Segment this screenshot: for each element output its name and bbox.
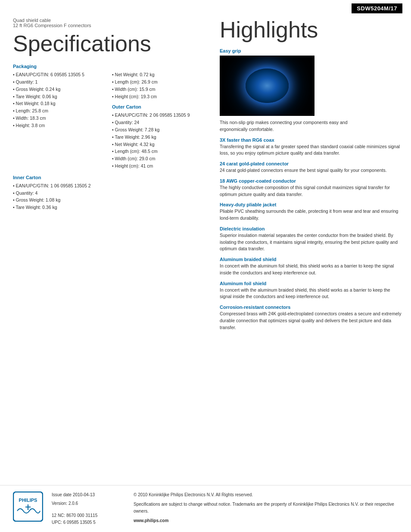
highlight-conductor-heading: 18 AWG copper-coated conductor (220, 178, 402, 184)
outer-carton-item-3: Tare Weight: 2.96 kg (112, 134, 202, 141)
footer-issue-date: Issue date 2010-04-13 (52, 492, 121, 498)
packaging-col2-item-0: Net Weight: 0.72 kg (112, 71, 202, 78)
outer-carton-item-4: Net Weight: 4.32 kg (112, 141, 202, 148)
highlight-braided-shield-text: In concert with the aluminum foil shield… (220, 263, 402, 277)
page: SDW5204M/17 Quad shield cable 12 ft RG6 … (0, 0, 411, 532)
philips-logo: PHILIPS (13, 492, 43, 522)
outer-carton-item-1: Quantity: 24 (112, 119, 202, 126)
packaging-item-1: Quantity: 1 (13, 78, 103, 86)
inner-carton-item-3: Tare Weight: 0.36 kg (13, 204, 202, 211)
highlight-dielectric-heading: Dielectric insulation (220, 226, 402, 231)
product-name: Quad shield cable (13, 18, 202, 23)
highlight-gold-connector-text: 24 carat gold-plated connectors ensure t… (220, 167, 402, 174)
packaging-col2-item-3: Height (cm): 19.3 cm (112, 93, 202, 100)
packaging-item-2: Gross Weight: 0.24 kg (13, 86, 103, 93)
highlight-dielectric-text: Superior insulation material separates t… (220, 232, 402, 252)
highlight-corrosion: Corrosion-resistant connectors Compresse… (220, 305, 402, 331)
highlight-dielectric: Dielectric insulation Superior insulatio… (220, 226, 402, 252)
packaging-item-4: Net Weight: 0.18 kg (13, 100, 103, 107)
left-panel: Quad shield cable 12 ft RG6 Compression … (0, 13, 211, 485)
svg-point-1 (243, 62, 291, 109)
outer-carton-item-2: Gross Weight: 7.28 kg (112, 126, 202, 134)
packaging-col2-item-2: Width (cm): 15.9 cm (112, 86, 202, 93)
outer-carton-item-6: Width (cm): 29.0 cm (112, 155, 202, 162)
footer-upc: UPC: 6 09585 13505 5 (52, 519, 121, 526)
inner-carton-item-1: Quantity: 4 (13, 190, 202, 197)
footer-right: © 2010 Koninklijke Philips Electronics N… (134, 492, 398, 526)
highlight-conductor: 18 AWG copper-coated conductor The highl… (220, 178, 402, 198)
top-bar: SDW5204M/17 (0, 0, 411, 13)
specs-columns: EAN/UPC/GTIN: 6 09585 13505 5 Quantity: … (13, 71, 202, 170)
highlight-foil-shield-text: In concert with the aluminum braided shi… (220, 287, 402, 301)
main-content: Quad shield cable 12 ft RG6 Compression … (0, 13, 411, 485)
packaging-item-0: EAN/UPC/GTIN: 6 09585 13505 5 (13, 71, 103, 78)
outer-carton-item-0: EAN/UPC/GTIN: 2 06 09585 13505 9 (112, 112, 202, 119)
highlight-3x-faster: 3X faster than RG6 coax Transferring the… (220, 137, 402, 157)
outer-carton-heading: Outer Carton (112, 104, 202, 109)
packaging-col2: Net Weight: 0.72 kg Length (cm): 26.9 cm… (112, 71, 202, 170)
svg-point-3 (260, 79, 265, 84)
highlight-foil-shield: Aluminum foil shield In concert with the… (220, 281, 402, 301)
inner-carton-heading: Inner Carton (13, 175, 202, 180)
footer: PHILIPS Issue date 2010-04-13 Version: 2… (0, 485, 411, 532)
highlight-jacket-text: Pliable PVC sheathing surrounds the cabl… (220, 208, 402, 222)
svg-text:PHILIPS: PHILIPS (19, 498, 37, 503)
highlight-gold-connector-heading: 24 carat gold-plated connector (220, 161, 402, 166)
packaging-col2-item-1: Length (cm): 26.9 cm (112, 78, 202, 86)
inner-carton-item-2: Gross Weight: 1.08 kg (13, 196, 202, 204)
outer-carton-item-5: Length (cm): 48.5 cm (112, 148, 202, 155)
highlight-jacket: Heavy-duty pliable jacket Pliable PVC sh… (220, 202, 402, 222)
highlight-gold-connector: 24 carat gold-plated connector 24 carat … (220, 161, 402, 174)
product-code-badge: SDW5204M/17 (352, 3, 402, 13)
highlight-braided-shield: Aluminum braided shield In concert with … (220, 257, 402, 277)
footer-columns: Issue date 2010-04-13 Version: 2.0.6 12 … (52, 492, 398, 526)
footer-left: Issue date 2010-04-13 Version: 2.0.6 12 … (52, 492, 121, 526)
footer-version: Version: 2.0.6 (52, 500, 121, 507)
packaging-item-7: Height: 3.8 cm (13, 122, 103, 129)
highlight-braided-shield-heading: Aluminum braided shield (220, 257, 402, 262)
packaging-heading: Packaging (13, 64, 202, 69)
footer-copyright: © 2010 Koninklijke Philips Electronics N… (134, 492, 398, 498)
packaging-item-3: Tare Weight: 0.06 kg (13, 93, 103, 100)
highlight-3x-faster-heading: 3X faster than RG6 coax (220, 137, 402, 143)
packaging-col1: EAN/UPC/GTIN: 6 09585 13505 5 Quantity: … (13, 71, 103, 170)
highlight-jacket-heading: Heavy-duty pliable jacket (220, 202, 402, 207)
product-description: 12 ft RG6 Compression F connectors (13, 23, 202, 28)
highlights-title: Highlights (220, 18, 402, 42)
footer-nc: 12 NC: 8670 000 31115 (52, 512, 121, 519)
easy-grip-heading: Easy grip (220, 48, 402, 53)
footer-info: Issue date 2010-04-13 Version: 2.0.6 12 … (52, 492, 398, 526)
right-panel: Highlights Easy grip This non- (211, 13, 411, 485)
highlight-corrosion-heading: Corrosion-resistant connectors (220, 305, 402, 310)
packaging-item-5: Length: 25.8 cm (13, 107, 103, 115)
packaging-item-6: Width: 18.3 cm (13, 115, 103, 122)
highlight-conductor-text: The highly conductive composition of thi… (220, 184, 402, 198)
svg-point-2 (258, 77, 276, 94)
easy-grip-image (220, 56, 314, 116)
easy-grip-caption: This non-slip grip makes connecting your… (220, 119, 358, 133)
highlight-foil-shield-heading: Aluminum foil shield (220, 281, 402, 286)
highlight-3x-faster-text: Transferring the signal at a far greater… (220, 143, 402, 157)
highlight-corrosion-text: Compressed brass with 24K gold-electropl… (220, 311, 402, 331)
page-title: Specifications (13, 31, 202, 56)
outer-carton-item-7: Height (cm): 41 cm (112, 162, 202, 170)
inner-carton-item-0: EAN/UPC/GTIN: 1 06 09585 13505 2 (13, 182, 202, 190)
footer-specs-note: Specifications are subject to change wit… (134, 501, 398, 515)
footer-website[interactable]: www.philips.com (134, 517, 398, 524)
